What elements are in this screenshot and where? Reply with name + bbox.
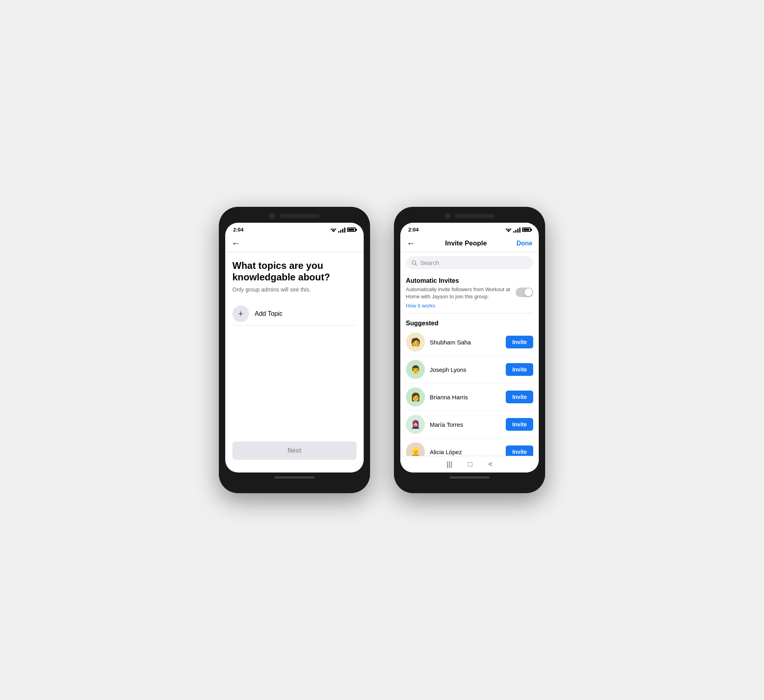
- person-row: 👨Joseph LyonsInvite: [406, 356, 533, 383]
- bottom-btn-area: Next: [232, 437, 357, 465]
- suggested-title: Suggested: [406, 320, 533, 327]
- status-time-2: 2:04: [408, 227, 419, 233]
- home-bar-1: [275, 476, 314, 478]
- back-button-2[interactable]: ←: [407, 238, 415, 249]
- nav-bar-1: ←: [225, 235, 364, 252]
- auto-invite-row: Automatically invite followers from Work…: [406, 286, 533, 309]
- add-topic-row[interactable]: + Add Topic: [232, 302, 357, 326]
- auto-invite-text: Automatically invite followers from Work…: [406, 286, 512, 309]
- person-name: Brianna Harris: [430, 394, 501, 401]
- main-heading: What topics are you knowledgable about?: [232, 260, 357, 283]
- sub-text: Only group admins will see this.: [232, 286, 357, 293]
- person-name: Alicia López: [430, 449, 501, 455]
- person-name: María Torres: [430, 421, 501, 428]
- person-row: 🧑Shubham SahaInvite: [406, 329, 533, 356]
- status-icons-2: [505, 227, 531, 233]
- add-topic-icon: +: [232, 305, 249, 322]
- status-bar-2: 2:04: [400, 223, 539, 235]
- invite-button[interactable]: Invite: [506, 363, 533, 376]
- status-bar-1: 2:04: [225, 223, 364, 235]
- avatar: 🧕: [406, 415, 425, 434]
- person-list: 🧑Shubham SahaInvite👨Joseph LyonsInvite👩B…: [406, 329, 533, 456]
- battery-icon-1: [347, 228, 356, 232]
- battery-icon-2: [522, 228, 531, 232]
- search-placeholder: Search: [420, 259, 439, 266]
- wifi-icon-2: [505, 228, 512, 232]
- auto-invite-toggle[interactable]: [516, 288, 533, 297]
- person-row: 👱Alicia LópezInvite: [406, 438, 533, 456]
- nav-bar-2: ← Invite People Done: [400, 235, 539, 252]
- search-icon: [411, 260, 417, 266]
- next-button[interactable]: Next: [232, 441, 357, 460]
- person-name: Joseph Lyons: [430, 366, 501, 373]
- search-bar[interactable]: Search: [406, 256, 533, 269]
- person-row: 👩Brianna HarrisInvite: [406, 383, 533, 411]
- avatar: 👨: [406, 360, 425, 379]
- android-back-icon[interactable]: <: [488, 460, 493, 469]
- speaker-2: [455, 214, 495, 218]
- invite-button[interactable]: Invite: [506, 418, 533, 431]
- screen-2: 2:04: [400, 223, 539, 472]
- suggested-section: Suggested 🧑Shubham SahaInvite👨Joseph Lyo…: [406, 317, 533, 456]
- how-it-works-link[interactable]: How it works: [406, 303, 435, 309]
- android-nav: ||| □ <: [400, 456, 539, 472]
- person-name: Shubham Saha: [430, 339, 501, 346]
- phone-2: 2:04: [394, 207, 545, 493]
- invite-scroll[interactable]: Automatic Invites Automatically invite f…: [400, 273, 539, 456]
- svg-point-3: [333, 231, 334, 232]
- status-time-1: 2:04: [233, 227, 244, 233]
- phone-top-1: [225, 213, 364, 219]
- auto-invite-title: Automatic Invites: [406, 277, 533, 284]
- avatar: 🧑: [406, 332, 425, 352]
- phone-top-2: [400, 213, 539, 219]
- invite-button[interactable]: Invite: [506, 391, 533, 403]
- screen1-content: ← What topics are you knowledgable about…: [225, 235, 364, 472]
- signal-icon-1: [338, 227, 345, 233]
- phones-container: 2:04: [219, 207, 545, 493]
- done-button[interactable]: Done: [516, 240, 532, 247]
- page-title: Invite People: [415, 239, 516, 247]
- auto-invite-section: Automatic Invites Automatically invite f…: [406, 273, 533, 313]
- camera-2: [444, 213, 450, 219]
- screen-body-1: What topics are you knowledgable about? …: [225, 252, 364, 472]
- svg-point-7: [508, 231, 509, 232]
- invite-button[interactable]: Invite: [506, 445, 533, 456]
- wifi-icon-1: [330, 228, 337, 232]
- phone-bottom-1: [225, 476, 364, 478]
- home-bar-2: [450, 476, 489, 478]
- phone-bottom-2: [400, 476, 539, 478]
- screen-1: 2:04: [225, 223, 364, 472]
- android-home-icon[interactable]: □: [468, 460, 472, 469]
- phone-1: 2:04: [219, 207, 370, 493]
- android-menu-icon[interactable]: |||: [446, 460, 452, 469]
- invite-button[interactable]: Invite: [506, 336, 533, 348]
- avatar: 👩: [406, 387, 425, 406]
- avatar: 👱: [406, 442, 425, 456]
- back-button-1[interactable]: ←: [232, 238, 240, 249]
- person-row: 🧕María TorresInvite: [406, 411, 533, 438]
- auto-invite-desc: Automatically invite followers from Work…: [406, 286, 512, 300]
- status-icons-1: [330, 227, 356, 233]
- speaker-1: [280, 214, 320, 218]
- svg-line-9: [415, 264, 417, 265]
- signal-icon-2: [513, 227, 520, 233]
- camera-1: [269, 213, 275, 219]
- add-topic-label: Add Topic: [255, 310, 283, 317]
